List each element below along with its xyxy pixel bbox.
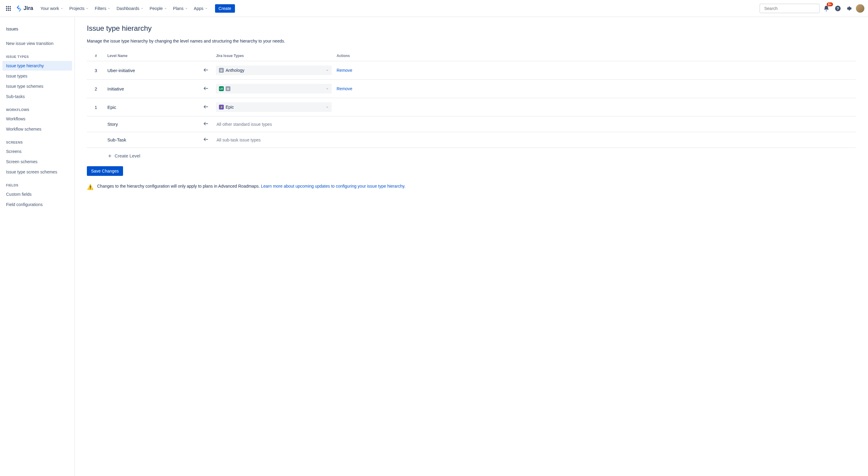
nav-item-dashboards[interactable]: Dashboards bbox=[114, 4, 146, 13]
settings-button[interactable] bbox=[844, 4, 854, 13]
issue-type-label: Anthology bbox=[226, 68, 244, 73]
sidebar: Issues New issue view transition ISSUE T… bbox=[0, 17, 75, 476]
arrow-left-icon bbox=[203, 85, 209, 91]
issue-types-select[interactable]: LE◎ bbox=[216, 84, 332, 93]
chevron-down-icon bbox=[141, 7, 144, 10]
nav-item-label: Plans bbox=[173, 6, 184, 11]
arrow-cell bbox=[198, 61, 214, 80]
level-name: Story bbox=[105, 116, 198, 132]
arrow-left-icon bbox=[203, 67, 209, 73]
sidebar-item-screen-schemes[interactable]: Screen schemes bbox=[2, 157, 72, 167]
types-cell: ◎Anthology bbox=[214, 61, 334, 80]
sidebar-item-issue-types[interactable]: Issue types bbox=[2, 71, 72, 81]
row-number: 1 bbox=[87, 98, 105, 116]
level-name: Epic bbox=[105, 98, 198, 116]
types-cell: LE◎ bbox=[214, 80, 334, 98]
table-row: 1Epic⚡Epic bbox=[87, 98, 856, 116]
nav-item-label: Filters bbox=[95, 6, 106, 11]
gear-icon bbox=[846, 5, 852, 12]
hierarchy-table: # Level Name Jira Issue Types Actions 3U… bbox=[87, 51, 856, 148]
row-number bbox=[87, 116, 105, 132]
table-row: 3Uber-initiative◎AnthologyRemove bbox=[87, 61, 856, 80]
chevron-down-icon bbox=[107, 7, 111, 10]
sidebar-issues-header[interactable]: Issues bbox=[2, 24, 72, 34]
help-button[interactable]: ? bbox=[833, 4, 843, 13]
level-name: Sub-Task bbox=[105, 132, 198, 148]
page-description: Manage the issue type hierarchy by chang… bbox=[87, 39, 856, 43]
issue-types-select[interactable]: ⚡Epic bbox=[216, 102, 332, 112]
issue-type-label: Epic bbox=[226, 105, 234, 110]
sidebar-heading: WORKFLOWS bbox=[2, 106, 72, 114]
app-switcher[interactable] bbox=[4, 4, 13, 13]
sidebar-item-screens[interactable]: Screens bbox=[2, 147, 72, 156]
warning-text: Changes to the hierarchy configuration w… bbox=[97, 184, 261, 188]
notifications-button[interactable]: 9+ bbox=[822, 4, 831, 13]
nav-item-people[interactable]: People bbox=[147, 4, 169, 13]
col-header-arrow bbox=[198, 51, 214, 61]
level-name: Initiative bbox=[105, 80, 198, 98]
sidebar-item-sub-tasks[interactable]: Sub-tasks bbox=[2, 92, 72, 101]
nav-item-filters[interactable]: Filters bbox=[92, 4, 113, 13]
sidebar-item-workflows[interactable]: Workflows bbox=[2, 114, 72, 124]
search-box[interactable] bbox=[760, 4, 820, 13]
help-icon: ? bbox=[835, 5, 841, 12]
chevron-down-icon bbox=[164, 7, 167, 10]
issue-types-select[interactable]: ◎Anthology bbox=[216, 65, 332, 75]
issue-types-content: ⚡Epic bbox=[219, 105, 234, 110]
actions-cell bbox=[334, 132, 856, 148]
issue-types-content: LE◎ bbox=[219, 86, 230, 91]
search-input[interactable] bbox=[764, 6, 817, 11]
table-header-row: # Level Name Jira Issue Types Actions bbox=[87, 51, 856, 61]
top-nav-right: 9+ ? bbox=[760, 4, 864, 13]
nav-item-projects[interactable]: Projects bbox=[67, 4, 91, 13]
chevron-down-icon bbox=[326, 69, 329, 72]
row-number bbox=[87, 132, 105, 148]
top-nav: Jira Your workProjectsFiltersDashboardsP… bbox=[0, 0, 868, 17]
sidebar-item-issue-type-screen-schemes[interactable]: Issue type screen schemes bbox=[2, 167, 72, 177]
nav-item-apps[interactable]: Apps bbox=[191, 4, 210, 13]
sidebar-heading: SCREENS bbox=[2, 138, 72, 147]
arrow-cell bbox=[198, 98, 214, 116]
issue-type-icon: ⚡ bbox=[219, 105, 224, 110]
sidebar-item-workflow-schemes[interactable]: Workflow schemes bbox=[2, 124, 72, 134]
arrow-cell bbox=[198, 116, 214, 132]
jira-logo[interactable]: Jira bbox=[16, 5, 33, 12]
nav-item-label: Projects bbox=[69, 6, 85, 11]
notification-badge: 9+ bbox=[827, 2, 833, 6]
create-level-label: Create Level bbox=[115, 153, 140, 158]
save-changes-button[interactable]: Save Changes bbox=[87, 166, 123, 176]
chevron-down-icon bbox=[326, 106, 329, 109]
user-avatar[interactable] bbox=[856, 4, 864, 13]
sidebar-item-field-configurations[interactable]: Field configurations bbox=[2, 200, 72, 209]
remove-link[interactable]: Remove bbox=[337, 68, 352, 73]
warning-link[interactable]: Learn more about upcoming updates to con… bbox=[261, 184, 405, 188]
jira-logo-icon bbox=[16, 5, 22, 12]
nav-item-your-work[interactable]: Your work bbox=[38, 4, 66, 13]
sidebar-item-custom-fields[interactable]: Custom fields bbox=[2, 189, 72, 199]
nav-item-label: Apps bbox=[194, 6, 204, 11]
jira-logo-text: Jira bbox=[24, 5, 33, 11]
col-header-actions: Actions bbox=[334, 51, 856, 61]
nav-item-plans[interactable]: Plans bbox=[171, 4, 190, 13]
create-button[interactable]: Create bbox=[215, 4, 235, 13]
page-title: Issue type hierarchy bbox=[87, 24, 856, 33]
issue-types-static: All sub-task issue types bbox=[216, 138, 332, 142]
level-name: Uber-initiative bbox=[105, 61, 198, 80]
types-cell: All other standard issue types bbox=[214, 116, 334, 132]
table-row: StoryAll other standard issue types bbox=[87, 116, 856, 132]
remove-link[interactable]: Remove bbox=[337, 86, 352, 91]
issue-types-content: ◎Anthology bbox=[219, 68, 244, 73]
sidebar-item-issue-type-hierarchy[interactable]: Issue type hierarchy bbox=[2, 61, 72, 70]
sidebar-item-issue-type-schemes[interactable]: Issue type schemes bbox=[2, 82, 72, 91]
actions-cell: Remove bbox=[334, 61, 856, 80]
actions-cell bbox=[334, 98, 856, 116]
col-header-types: Jira Issue Types bbox=[214, 51, 334, 61]
sidebar-item-transition[interactable]: New issue view transition bbox=[2, 39, 72, 48]
warning-icon: ⚠️ bbox=[87, 184, 93, 190]
sidebar-heading: ISSUE TYPES bbox=[2, 53, 72, 61]
arrow-cell bbox=[198, 80, 214, 98]
actions-cell bbox=[334, 116, 856, 132]
layout: Issues New issue view transition ISSUE T… bbox=[0, 17, 868, 476]
create-level-button[interactable]: Create Level bbox=[105, 148, 856, 164]
main-content: Issue type hierarchy Manage the issue ty… bbox=[75, 17, 868, 476]
